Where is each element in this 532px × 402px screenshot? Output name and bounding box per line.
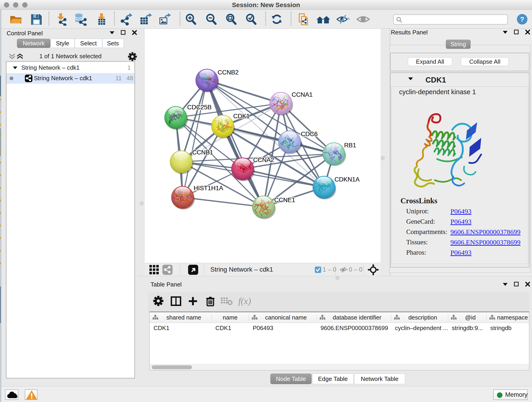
svg-text:HIST1H1A: HIST1H1A bbox=[194, 185, 223, 191]
svg-text:CDC6: CDC6 bbox=[301, 131, 318, 138]
svg-text:CCNA1: CCNA1 bbox=[292, 91, 313, 98]
svg-text:CDK1: CDK1 bbox=[233, 113, 250, 120]
svg-text:CCNA2: CCNA2 bbox=[253, 157, 274, 163]
svg-text:CCNB1: CCNB1 bbox=[192, 149, 213, 156]
svg-text:CCNE1: CCNE1 bbox=[274, 197, 295, 204]
svg-text:CDKN1A: CDKN1A bbox=[335, 176, 360, 183]
svg-text:CDC25B: CDC25B bbox=[187, 104, 212, 111]
svg-text:CCNB2: CCNB2 bbox=[218, 69, 239, 76]
svg-text:RB1: RB1 bbox=[344, 142, 356, 149]
